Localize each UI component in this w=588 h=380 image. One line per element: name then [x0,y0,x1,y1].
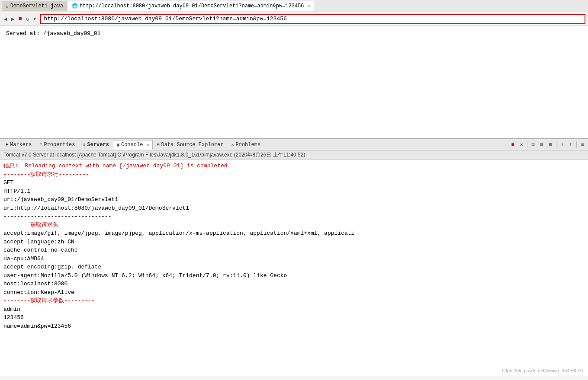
dropdown-button[interactable]: ▾ [32,16,38,22]
tab-servers-label: Servers [87,142,109,148]
toolbar-separator-2 [556,141,556,148]
java-icon: ☕ [6,3,9,9]
console-line: accept-language:zh-CN [3,238,585,246]
stop-button[interactable]: ■ [17,16,23,22]
tab-browser[interactable]: 🌐 http://localhost:8080/javaweb_day09_01… [68,1,314,11]
console-line: accept-encoding:gzip, deflate [3,263,585,271]
served-at-text: Served at: /javaweb_day09_01 [6,30,100,37]
tab-properties[interactable]: ≡ Properties [35,140,79,150]
console-line: --------获取请求行--------- [3,170,585,179]
scroll-down-icon[interactable]: ⬇ [558,141,566,149]
tab-demoservlet[interactable]: ☕ DemoServlet1.java [2,1,67,11]
toolbar-separator-3 [576,141,577,148]
clear-toolbar-icon[interactable]: ✕ [517,141,525,149]
console-line: GET [3,179,585,187]
url-input[interactable] [40,14,585,24]
back-button[interactable]: ◀ [3,16,9,22]
bottom-panel: ⚑ Markers ≡ Properties ⚙ Servers ▣ Conso… [0,139,588,376]
tab-label-1: DemoServlet1.java [10,3,63,9]
console-tab-close[interactable]: ✕ [146,142,149,147]
console-output: 信息: Reloading context with name [/javawe… [0,160,588,376]
console-icon: ▣ [117,142,119,147]
expand-toolbar-icon[interactable]: ⊞ [546,141,554,149]
properties-icon: ≡ [39,142,42,147]
console-line: -------------------------------- [3,212,585,221]
tab-console-label: Console [121,142,143,148]
console-line: url:http://localhost:8080/javaweb_day09_… [3,204,585,213]
menu-toolbar-icon[interactable]: ≡ [578,141,586,149]
copy-toolbar-icon[interactable]: ⊡ [529,141,537,149]
tab-datasource[interactable]: ⊞ Data Source Explorer [153,140,227,150]
console-line: ua-cpu:AMD64 [3,255,585,263]
console-line: --------获取请求参数--------- [3,297,585,305]
watermark: https://blog.csdn.net/weixin_46459070 [502,368,583,373]
tab-properties-label: Properties [44,142,75,148]
console-line: 信息: Reloading context with name [/javawe… [3,162,585,170]
console-line: name=admin&pw=123456 [3,322,585,331]
server-info-text: Tomcat v7.0 Server at localhost [Apache … [3,152,305,158]
toolbar-separator-1 [527,141,527,148]
scroll-up-icon[interactable]: ⬆ [567,141,575,149]
stop-toolbar-icon[interactable]: ■ [509,141,517,149]
console-line: accept:image/gif, image/jpeg, image/pjpe… [3,229,585,238]
server-info-bar: Tomcat v7.0 Server at localhost [Apache … [0,150,588,160]
panel-tab-bar: ⚑ Markers ≡ Properties ⚙ Servers ▣ Conso… [0,139,588,150]
tab-markers-label: Markers [10,142,32,148]
address-bar: ◀ ▶ ■ ↻ ▾ [0,12,588,26]
browser-tab-bar: ☕ DemoServlet1.java 🌐 http://localhost:8… [0,0,588,12]
globe-icon: 🌐 [72,3,78,9]
datasource-icon: ⊞ [157,142,159,147]
console-line: connection:Keep-Alive [3,288,585,297]
console-line: admin [3,305,585,314]
tab-problems[interactable]: ⚠ Problems [227,140,264,150]
paste-toolbar-icon[interactable]: ⊟ [538,141,546,149]
forward-button[interactable]: ▶ [10,16,16,22]
tab-console[interactable]: ▣ Console ✕ [113,140,153,150]
console-line: --------获取请求头--------- [3,221,585,230]
panel-toolbar: ■ ✕ ⊡ ⊟ ⊞ ⬇ ⬆ ≡ [509,141,586,149]
refresh-button[interactable]: ↻ [24,16,30,22]
console-line: HTTP/1.1 [3,187,585,196]
console-line: cache-control:no-cache [3,246,585,255]
tab-close-button[interactable]: ✕ [308,3,310,9]
tab-problems-label: Problems [236,142,261,148]
browser-content: Served at: /javaweb_day09_01 [0,26,588,139]
tab-label-2: http://localhost:8080/javaweb_day09_01/D… [80,3,304,9]
nav-buttons: ◀ ▶ ■ ↻ ▾ [3,16,38,22]
markers-icon: ⚑ [6,142,8,147]
tab-markers[interactable]: ⚑ Markers [2,140,35,150]
problems-icon: ⚠ [231,142,234,147]
console-line: uri:/javaweb_day09_01/DemoServlet1 [3,195,585,204]
servers-icon: ⚙ [83,142,85,147]
tab-servers[interactable]: ⚙ Servers [79,140,112,150]
console-line: user-agent:Mozilla/5.0 (Windows NT 6.2; … [3,271,585,280]
console-line: host:localhost:8080 [3,280,585,288]
tab-datasource-label: Data Source Explorer [161,142,223,148]
console-line: 123456 [3,313,585,322]
